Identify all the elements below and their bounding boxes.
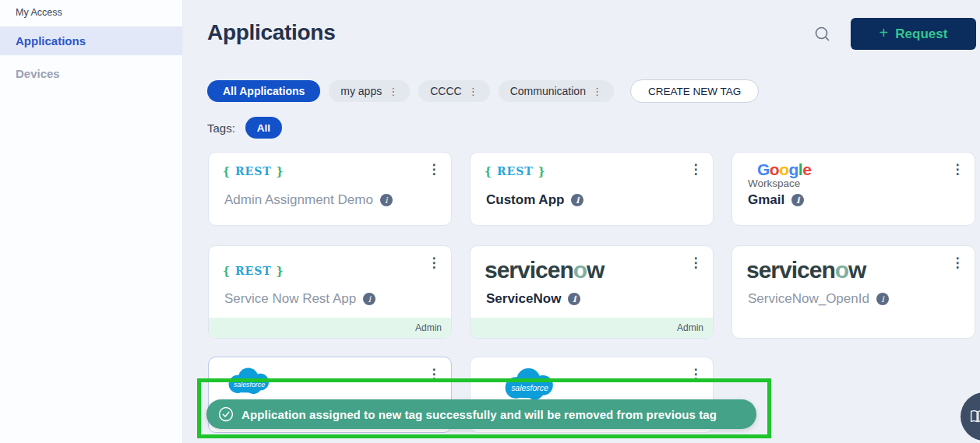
svg-text:salesforce: salesforce xyxy=(234,381,265,389)
create-new-tag-label: CREATE NEW TAG xyxy=(648,86,741,97)
pill-label: All Applications xyxy=(223,85,305,97)
book-icon xyxy=(970,410,980,424)
info-icon[interactable] xyxy=(791,194,804,206)
servicenow-logo: servicenow xyxy=(746,257,865,283)
search-icon[interactable] xyxy=(814,26,831,43)
pill-cccc[interactable]: CCCC ⋮ xyxy=(418,80,489,102)
rest-logo: { REST } xyxy=(223,165,284,178)
app-card-title: Service Now Rest App xyxy=(224,291,356,307)
pill-label: my apps xyxy=(340,85,382,97)
check-circle-icon xyxy=(218,406,234,422)
app-card-admin-assignment-demo[interactable]: { REST } ⋮ Admin Assignment Demo xyxy=(208,152,452,226)
request-button[interactable]: + Request xyxy=(851,18,976,50)
card-menu-icon[interactable]: ⋮ xyxy=(689,366,703,383)
card-menu-icon[interactable]: ⋮ xyxy=(950,255,964,272)
app-card-service-now-rest-app[interactable]: { REST } ⋮ Service Now Rest App Admin xyxy=(208,245,452,339)
chat-help-button[interactable] xyxy=(961,392,980,441)
pill-label: CCCC xyxy=(430,85,461,97)
info-icon[interactable] xyxy=(568,293,580,305)
pill-label: Communication xyxy=(510,85,586,97)
pill-menu-icon[interactable]: ⋮ xyxy=(388,86,398,97)
app-card-gmail[interactable]: Google Workspace ⋮ Gmail xyxy=(731,152,975,226)
page-title: Applications xyxy=(207,20,335,45)
tag-pill-label: All xyxy=(257,122,270,134)
app-card-title: ServiceNow_OpenId xyxy=(748,291,869,307)
app-card-title: Admin Assignment Demo xyxy=(224,192,373,208)
card-menu-icon[interactable]: ⋮ xyxy=(427,366,441,383)
servicenow-logo: servicenow xyxy=(485,257,604,283)
plus-icon: + xyxy=(880,24,889,42)
svg-text:salesforce: salesforce xyxy=(511,384,548,392)
tag-all-pill[interactable]: All xyxy=(245,117,282,139)
pill-menu-icon[interactable]: ⋮ xyxy=(592,86,602,97)
app-card-title: ServiceNow xyxy=(486,291,561,307)
pill-menu-icon[interactable]: ⋮ xyxy=(468,86,478,97)
sidebar-item-applications[interactable]: Applications xyxy=(0,26,182,55)
admin-role-badge: Admin xyxy=(471,318,713,338)
card-menu-icon[interactable]: ⋮ xyxy=(950,161,964,178)
sidebar-item-label: Applications xyxy=(16,34,86,47)
sidebar-section-label: My Access xyxy=(0,0,182,18)
success-toast: Application assigned to new tag successf… xyxy=(206,399,756,429)
info-icon[interactable] xyxy=(363,293,375,305)
toast-message: Application assigned to new tag successf… xyxy=(241,408,717,421)
app-card-title: Custom App xyxy=(486,192,564,208)
app-card-title: Gmail xyxy=(748,192,784,208)
tags-row: Tags: All xyxy=(207,117,282,139)
create-new-tag-button[interactable]: CREATE NEW TAG xyxy=(630,79,759,103)
card-menu-icon[interactable]: ⋮ xyxy=(427,161,441,178)
salesforce-logo: salesforce xyxy=(223,365,276,401)
sidebar-item-devices[interactable]: Devices xyxy=(0,59,182,88)
info-icon[interactable] xyxy=(571,194,583,206)
request-button-label: Request xyxy=(895,26,947,42)
app-card-custom-app[interactable]: { REST } ⋮ Custom App xyxy=(470,152,714,226)
filter-pill-row: All Applications my apps ⋮ CCCC ⋮ Commun… xyxy=(207,79,759,103)
google-workspace-logo: Google Workspace xyxy=(748,160,811,190)
pill-my-apps[interactable]: my apps ⋮ xyxy=(329,80,410,102)
info-icon[interactable] xyxy=(380,194,393,206)
app-card-servicenow[interactable]: servicenow ⋮ ServiceNow Admin xyxy=(470,245,714,339)
tags-label: Tags: xyxy=(207,121,235,135)
rest-logo: { REST } xyxy=(485,165,546,178)
pill-all-applications[interactable]: All Applications xyxy=(207,80,320,102)
app-card-servicenow-openid[interactable]: servicenow ⋮ ServiceNow_OpenId xyxy=(731,245,975,339)
card-menu-icon[interactable]: ⋮ xyxy=(427,255,441,272)
rest-logo: { REST } xyxy=(223,265,284,277)
sidebar-item-label: Devices xyxy=(16,67,60,80)
admin-role-badge: Admin xyxy=(209,318,451,338)
pill-communication[interactable]: Communication ⋮ xyxy=(499,80,614,102)
sidebar: My Access Applications Devices xyxy=(0,0,183,443)
card-menu-icon[interactable]: ⋮ xyxy=(689,255,703,272)
card-menu-icon[interactable]: ⋮ xyxy=(689,161,703,178)
info-icon[interactable] xyxy=(876,293,889,305)
